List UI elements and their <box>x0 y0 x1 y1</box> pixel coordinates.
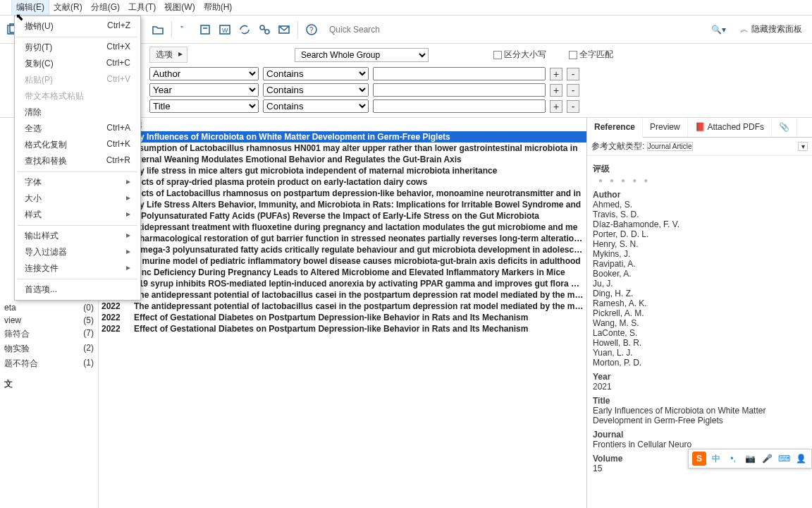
author-line: Ramesh, A. K. <box>593 298 806 308</box>
menu-5[interactable]: 视图(W) <box>160 0 199 15</box>
reference-row[interactable]: rly Influences of Microbiota on White Ma… <box>99 131 586 143</box>
menu-item[interactable]: 导入过滤器▸ <box>15 244 140 260</box>
attach-icon[interactable]: 📎 <box>772 118 797 137</box>
menu-item[interactable]: 撤销(U)Ctrl+Z <box>15 18 140 35</box>
reference-row[interactable]: 3 Polyunsaturated Fatty Acids (PUFAs) Re… <box>99 210 586 222</box>
chevron-up-icon[interactable]: ︽ <box>740 23 749 35</box>
case-checkbox[interactable]: 区分大小写 <box>493 49 546 61</box>
reference-row[interactable]: rly life stress in mice alters gut micro… <box>99 165 586 176</box>
reference-row[interactable]: 2022Effect of Gestational Diabetes on Po… <box>99 323 586 334</box>
edit-menu: 撤销(U)Ctrl+Z剪切(T)Ctrl+X复制(C)Ctrl+C粘贴(P)Ct… <box>14 16 141 301</box>
author-line: Mykins, J. <box>593 249 806 259</box>
svg-line-15 <box>264 29 266 30</box>
ime-toolbar[interactable]: S中•,📷🎤⌨👤 <box>688 449 812 468</box>
remove-filter[interactable]: - <box>567 84 579 97</box>
help-icon[interactable]: ? <box>304 22 319 37</box>
svg-text:?: ? <box>309 26 314 34</box>
svg-rect-9 <box>201 25 209 34</box>
reference-row[interactable]: 2022The antidepressant potential of lact… <box>99 301 586 312</box>
sync-icon[interactable] <box>237 22 252 37</box>
reference-row[interactable]: 2022Effect of Gestational Diabetes on Po… <box>99 312 586 323</box>
folder-icon[interactable] <box>150 22 166 37</box>
search-dropdown-icon[interactable]: 🔍▾ <box>710 22 726 37</box>
reference-row[interactable]: nsumption of Lactobacillus rhamnosus HN0… <box>99 143 586 154</box>
author-line: Yuan, L. J. <box>593 348 806 358</box>
filter-value[interactable] <box>373 67 546 80</box>
menu-4[interactable]: 工具(T) <box>124 0 160 15</box>
author-line: Pickrell, A. M. <box>593 308 806 318</box>
menu-item[interactable]: 字体▸ <box>15 174 140 190</box>
author-line: Booker, A. <box>593 269 806 279</box>
menu-6[interactable]: 帮助(H) <box>199 0 237 15</box>
reference-row[interactable]: aternal Weaning Modulates Emotional Beha… <box>99 154 586 165</box>
tab-pdfs[interactable]: 📕 Attached PDFs <box>688 118 772 137</box>
menu-item[interactable]: 首选项... <box>15 282 140 298</box>
filter-op[interactable]: Contains <box>263 99 369 113</box>
group-item[interactable]: eta(0) <box>0 301 98 314</box>
svg-text:”: ” <box>180 25 183 35</box>
author-line: LaConte, S. <box>593 328 806 338</box>
author-line: Porter, D. D. L. <box>593 229 806 239</box>
remove-filter[interactable]: - <box>567 100 579 113</box>
filter-value[interactable] <box>373 83 546 97</box>
group-item[interactable]: 筛符合(7) <box>0 327 98 341</box>
reference-row[interactable]: 2020A murine model of pediatric inflamma… <box>99 255 586 267</box>
reference-row[interactable]: fects of spray-dried plasma protein prod… <box>99 176 586 188</box>
rating-stars[interactable]: ●●●●● <box>593 175 806 186</box>
menu-item[interactable]: 样式▸ <box>15 207 140 223</box>
reference-row[interactable]: 2017Omega-3 polyunsaturated fatty acids … <box>99 244 586 255</box>
format-icon[interactable] <box>197 22 213 37</box>
add-filter[interactable]: + <box>550 100 562 113</box>
menu-item[interactable]: 格式化复制Ctrl+K <box>15 137 140 153</box>
filter-op[interactable]: Contains <box>263 83 369 97</box>
reference-row[interactable]: ntidepressant treatment with fluoxetine … <box>99 222 586 233</box>
add-filter[interactable]: + <box>550 68 562 80</box>
options-button[interactable]: 选项 <box>149 47 187 63</box>
reference-list: 题rly Influences of Microbiota on White M… <box>99 118 586 508</box>
hide-search-panel[interactable]: 隐藏搜索面板 <box>751 23 802 35</box>
menu-item: 带文本格式粘贴 <box>15 88 140 104</box>
quick-search-input[interactable] <box>329 25 400 35</box>
author-line: Ravipati, A. <box>593 259 806 269</box>
group-item[interactable]: 物实验(2) <box>0 341 98 356</box>
menu-item[interactable]: 连接文件▸ <box>15 260 140 277</box>
menu-item[interactable]: 查找和替换Ctrl+R <box>15 153 140 169</box>
reference-row[interactable]: 2019Pharmacological restoration of gut b… <box>99 233 586 244</box>
filter-op[interactable]: Contains <box>263 67 369 80</box>
menu-item: 粘贴(P)Ctrl+V <box>15 72 140 88</box>
reference-row[interactable]: fects of Lactobacillus rhamnosus on post… <box>99 188 586 199</box>
tab-preview[interactable]: Preview <box>643 118 688 137</box>
group-item[interactable]: 题不符合(1) <box>0 356 98 371</box>
filter-value[interactable] <box>373 99 546 113</box>
share-icon[interactable] <box>257 22 272 37</box>
reference-row[interactable]: 2019Zinc Deficiency During Pregnancy Lea… <box>99 267 586 278</box>
filter-field[interactable]: Author <box>149 67 259 80</box>
group-item[interactable]: view(5) <box>0 314 98 327</box>
email-icon[interactable] <box>276 22 292 37</box>
menu-1[interactable]: 编辑(E) <box>11 0 49 16</box>
menu-2[interactable]: 文献(R) <box>49 0 87 15</box>
wholeword-checkbox[interactable]: 全字匹配 <box>569 49 613 61</box>
reference-row[interactable]: rly Life Stress Alters Behavior, Immunit… <box>99 199 586 210</box>
quote-icon[interactable]: ” <box>178 22 193 37</box>
menu-item[interactable]: 剪切(T)Ctrl+X <box>15 40 140 56</box>
add-filter[interactable]: + <box>550 84 562 97</box>
tab-reference[interactable]: Reference <box>587 118 643 138</box>
reference-row[interactable]: 2021919 syrup inhibits ROS-mediated lept… <box>99 278 586 289</box>
menu-item[interactable]: 复制(C)Ctrl+C <box>15 56 140 72</box>
filter-field[interactable]: Year <box>149 83 259 97</box>
author-line: Howell, B. R. <box>593 338 806 348</box>
remove-filter[interactable]: - <box>567 68 579 80</box>
author-line: Ahmed, S. <box>593 200 806 210</box>
menu-item[interactable]: 大小▸ <box>15 190 140 207</box>
search-scope-select[interactable]: Search Whole Group <box>295 48 429 62</box>
reftype-dropdown[interactable]: ▾ <box>798 142 808 151</box>
menu-item[interactable]: 清除 <box>15 104 140 121</box>
reference-row[interactable]: 2022The antidepressant potential of lact… <box>99 289 586 301</box>
menu-0[interactable] <box>3 6 11 9</box>
menu-item[interactable]: 全选Ctrl+A <box>15 121 140 137</box>
filter-field[interactable]: Title <box>149 99 259 113</box>
menu-3[interactable]: 分组(G) <box>87 0 124 15</box>
menu-item[interactable]: 输出样式▸ <box>15 228 140 244</box>
word-icon[interactable]: W <box>217 22 233 37</box>
